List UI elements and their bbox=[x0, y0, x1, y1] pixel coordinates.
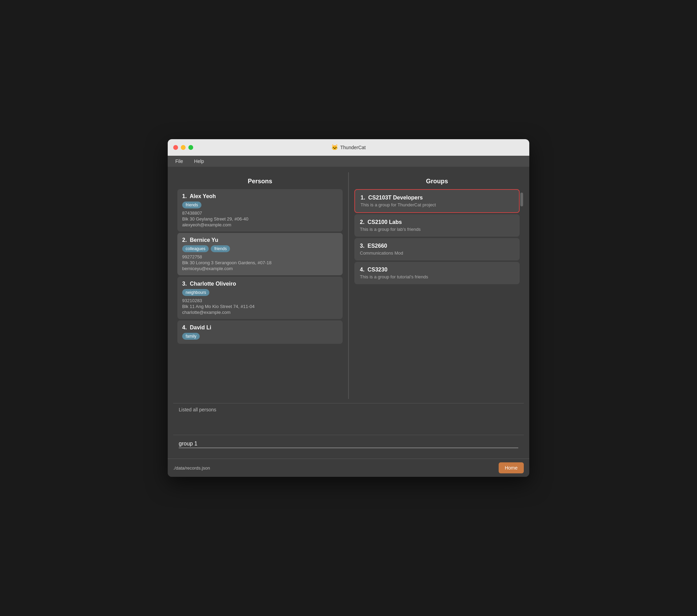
group-desc-4: This is a group for tutorial's friends bbox=[360, 274, 514, 279]
person-name-1: 1. Alex Yeoh bbox=[182, 193, 338, 199]
group-desc-3: Communications Mod bbox=[360, 250, 514, 256]
scrollbar-indicator[interactable] bbox=[520, 193, 523, 206]
group-desc-2: This is a group for lab's friends bbox=[360, 227, 514, 232]
groups-list[interactable]: 1. CS2103T Developers This is a group fo… bbox=[350, 189, 524, 399]
group-name-1: 1. CS2103T Developers bbox=[361, 195, 513, 201]
person-address-2: Blk 30 Lorong 3 Serangoon Gardens, #07-1… bbox=[182, 260, 338, 265]
maximize-button[interactable] bbox=[188, 145, 193, 150]
tag-family-4: family bbox=[182, 333, 200, 340]
person-phone-3: 93210283 bbox=[182, 298, 338, 303]
footer-bar: ./data/records.json Home bbox=[168, 459, 529, 477]
tags-row-2: colleagues friends bbox=[182, 245, 338, 252]
person-card-1[interactable]: 1. Alex Yeoh friends 87438807 Blk 30 Gey… bbox=[177, 189, 343, 232]
status-bar: Listed all persons bbox=[173, 403, 524, 431]
app-window: 🐱 ThunderCat File Help Persons 1. Alex Y… bbox=[168, 139, 529, 477]
tag-friends-1: friends bbox=[182, 202, 201, 208]
person-email-2: berniceyu@example.com bbox=[182, 266, 338, 271]
group-name-4: 4. CS3230 bbox=[360, 267, 514, 273]
person-email-1: alexyeoh@example.com bbox=[182, 222, 338, 227]
home-button[interactable]: Home bbox=[499, 462, 524, 473]
tag-neighbours-3: neighbours bbox=[182, 289, 209, 296]
groups-panel-wrapper: 1. CS2103T Developers This is a group fo… bbox=[350, 189, 524, 399]
group-desc-1: This is a group for ThunderCat project bbox=[361, 202, 513, 207]
tags-row-3: neighbours bbox=[182, 289, 338, 296]
panels-container: Persons 1. Alex Yeoh friends 87438807 Bl… bbox=[173, 172, 524, 399]
app-icon: 🐱 bbox=[331, 144, 338, 151]
tag-friends-2: friends bbox=[211, 245, 230, 252]
command-bar bbox=[173, 435, 524, 453]
person-phone-1: 87438807 bbox=[182, 211, 338, 216]
persons-panel: Persons 1. Alex Yeoh friends 87438807 Bl… bbox=[173, 172, 347, 399]
panel-divider bbox=[348, 172, 349, 399]
group-name-2: 2. CS2100 Labs bbox=[360, 219, 514, 225]
window-title: 🐱 ThunderCat bbox=[331, 144, 366, 151]
persons-list[interactable]: 1. Alex Yeoh friends 87438807 Blk 30 Gey… bbox=[173, 189, 347, 399]
tags-row-1: friends bbox=[182, 202, 338, 208]
menu-help[interactable]: Help bbox=[192, 158, 206, 165]
person-name-3: 3. Charlotte Oliveiro bbox=[182, 281, 338, 287]
title-bar: 🐱 ThunderCat bbox=[168, 139, 529, 156]
status-text: Listed all persons bbox=[179, 407, 518, 412]
tag-colleagues-2: colleagues bbox=[182, 245, 209, 252]
person-card-2[interactable]: 2. Bernice Yu colleagues friends 9927275… bbox=[177, 233, 343, 275]
person-card-4[interactable]: 4. David Li family bbox=[177, 320, 343, 344]
groups-header: Groups bbox=[350, 172, 524, 189]
main-content: Persons 1. Alex Yeoh friends 87438807 Bl… bbox=[168, 167, 529, 459]
persons-header: Persons bbox=[173, 172, 347, 189]
footer-path: ./data/records.json bbox=[173, 465, 210, 471]
groups-panel: Groups 1. CS2103T Developers This is a g… bbox=[350, 172, 524, 399]
person-email-3: charlotte@example.com bbox=[182, 310, 338, 315]
person-phone-2: 99272758 bbox=[182, 254, 338, 259]
group-name-3: 3. ES2660 bbox=[360, 243, 514, 249]
person-name-4: 4. David Li bbox=[182, 325, 338, 331]
person-name-2: 2. Bernice Yu bbox=[182, 237, 338, 243]
person-card-3[interactable]: 3. Charlotte Oliveiro neighbours 9321028… bbox=[177, 277, 343, 319]
menu-file[interactable]: File bbox=[173, 158, 185, 165]
group-card-1[interactable]: 1. CS2103T Developers This is a group fo… bbox=[354, 189, 520, 213]
menu-bar: File Help bbox=[168, 156, 529, 167]
group-card-2[interactable]: 2. CS2100 Labs This is a group for lab's… bbox=[354, 214, 520, 237]
person-address-3: Blk 11 Ang Mo Kio Street 74, #11-04 bbox=[182, 304, 338, 309]
tags-row-4: family bbox=[182, 333, 338, 340]
group-card-4[interactable]: 4. CS3230 This is a group for tutorial's… bbox=[354, 262, 520, 284]
person-address-1: Blk 30 Geylang Street 29, #06-40 bbox=[182, 216, 338, 222]
command-input[interactable] bbox=[179, 440, 518, 448]
group-card-3[interactable]: 3. ES2660 Communications Mod bbox=[354, 238, 520, 260]
close-button[interactable] bbox=[173, 145, 178, 150]
minimize-button[interactable] bbox=[181, 145, 186, 150]
traffic-lights bbox=[173, 145, 193, 150]
